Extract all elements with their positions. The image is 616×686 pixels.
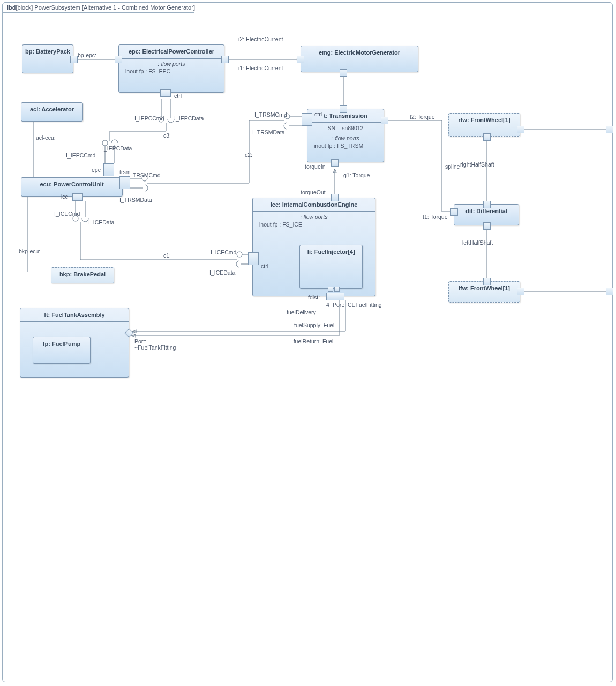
svg-point-19 <box>237 252 242 257</box>
port-emg-bottom[interactable] <box>340 69 347 77</box>
label-epc-ctrl: ctrl <box>174 93 182 99</box>
label-c3: c3: <box>163 132 171 139</box>
label-iepc-cmd-d: I_IEPCCmd <box>134 115 164 122</box>
port-t-right[interactable] <box>381 117 388 124</box>
block-title: ft: FuelTankAssembly <box>20 308 129 322</box>
flowport-line: inout fp : FS_ICE <box>256 221 372 228</box>
block-title: epc: ElectricalPowerController <box>119 45 224 58</box>
flowports-heading: : flow ports <box>256 214 372 220</box>
label-ice-torqueout: torqueOut <box>301 189 326 195</box>
block-title: ice: InternalCombustionEngine <box>253 198 375 212</box>
port-frame-right-1[interactable] <box>606 126 613 133</box>
flowports-heading: : flow ports <box>311 135 380 141</box>
label-g1: g1: Torque <box>343 172 370 178</box>
port-ice-fuel[interactable] <box>326 293 344 300</box>
label-trsm-data-r: I_TRSMData <box>252 129 285 135</box>
block-title: ecu: PowerControlUnit <box>21 178 122 191</box>
port-t-top[interactable] <box>340 105 347 113</box>
block-title: emg: ElectricMotorGenerator <box>301 46 418 59</box>
port-ecu-ice[interactable] <box>72 193 83 201</box>
block-fuelpump[interactable]: fp: FuelPump <box>33 337 91 364</box>
label-acl-ecu: acl-ecu: <box>36 134 56 141</box>
label-fuelsupply: fuelSupply: Fuel <box>294 322 334 328</box>
block-title: acl: Accelerator <box>21 103 82 116</box>
port-bp-right[interactable] <box>70 56 78 63</box>
block-batterypack[interactable]: bp: BatteryPack <box>22 44 73 73</box>
label-trsm-cmd-r: I_TRSMCmd <box>254 111 287 118</box>
label-spline: spline <box>445 163 460 170</box>
label-fuelreturn: fuelReturn: Fuel <box>292 338 335 344</box>
port-ice-ctrl[interactable] <box>248 252 259 265</box>
label-t1: t1: Torque <box>423 214 448 220</box>
label-iepc-data-u: I_IEPCData <box>102 145 132 152</box>
ibd-frame: ibd[block] PowerSubsystem [Alternative 1… <box>2 2 613 682</box>
frame-alt: [Alternative 1 - Combined Motor Generato… <box>82 4 195 11</box>
label-bkp-ecu: bkp-ecu: <box>19 248 40 254</box>
port-epc-left[interactable] <box>115 56 122 63</box>
t-sn: SN = sn89012 <box>328 125 364 131</box>
label-iepc-cmd-u: I_IEPCCmd <box>66 152 95 159</box>
label-trsm-data-l: I_TRSMData <box>119 197 152 203</box>
block-fuelinjector[interactable]: fi: FuelInjector[4] <box>299 245 363 289</box>
block-title: bkp: BrakePedal <box>51 268 114 281</box>
flowports-heading: : flow ports <box>122 61 221 67</box>
block-title: fp: FuelPump <box>33 337 90 350</box>
port-fi-1[interactable] <box>328 287 333 292</box>
port-ecu-epc[interactable] <box>103 163 114 176</box>
label-ecu-ice: ice <box>61 193 68 200</box>
label-ecu-epc: epc <box>92 167 101 173</box>
frame-kind: ibd <box>7 4 16 11</box>
port-frame-right-2[interactable] <box>606 288 613 295</box>
label-fueldelivery: fuelDelivery <box>287 309 316 315</box>
frame-kind-bracket: [block] <box>16 4 33 11</box>
port-rfw-right[interactable] <box>517 126 524 133</box>
flowport-line: inout fp : FS_TRSM <box>311 142 380 149</box>
label-ft-port: Port: ~FuelTankFitting <box>134 338 188 351</box>
block-acl[interactable]: acl: Accelerator <box>21 102 83 122</box>
frame-label: ibd[block] PowerSubsystem [Alternative 1… <box>2 2 204 13</box>
block-bkp[interactable]: bkp: BrakePedal <box>51 267 114 283</box>
port-rfw-bottom[interactable] <box>483 133 491 141</box>
port-lfw-right[interactable] <box>517 288 524 295</box>
label-bp-epc: bp-epc: <box>78 52 96 58</box>
port-ice-torqueout[interactable] <box>331 194 339 201</box>
label-ice-ctrl: ctrl <box>261 263 268 269</box>
block-ecu[interactable]: ecu: PowerControlUnit <box>21 177 123 197</box>
label-ice-cmd-u: I_ICECmd <box>54 210 80 217</box>
flowport-line: inout fp : FS_EPC <box>122 68 221 74</box>
block-title: fi: FuelInjector[4] <box>300 245 362 258</box>
port-epc-ctrl[interactable] <box>160 89 171 97</box>
label-c2: c2: <box>245 152 252 158</box>
label-c1: c1: <box>163 252 171 259</box>
port-dif-left[interactable] <box>450 208 458 216</box>
label-t2: t2: Torque <box>410 114 435 120</box>
label-t-torquein: torqueIn <box>305 163 326 170</box>
label-ice-mult: 4 <box>326 301 329 308</box>
label-i1: i1: ElectricCurrent <box>238 65 283 71</box>
port-lfw-top[interactable] <box>483 278 491 285</box>
label-trsm-cmd-l: I_TRSMCmd <box>128 172 161 178</box>
port-epc-right[interactable] <box>221 56 229 63</box>
label-fdist: fdist: <box>308 294 320 300</box>
port-t-ctrl[interactable] <box>302 113 312 126</box>
label-i2: i2: ElectricCurrent <box>238 36 283 42</box>
block-title: bp: BatteryPack <box>22 45 73 58</box>
block-epc[interactable]: epc: ElectricalPowerController : flow po… <box>118 44 224 93</box>
label-ice-data-r: I_ICEData <box>209 269 235 276</box>
label-ice-cmd-r: I_ICECmd <box>211 249 236 255</box>
port-dif-top[interactable] <box>483 201 491 208</box>
port-emg-left[interactable] <box>297 56 304 63</box>
port-fi-2[interactable] <box>334 287 340 292</box>
label-lhs: leftHalfShaft <box>462 239 493 246</box>
port-t-torquein[interactable] <box>331 159 339 167</box>
label-rhs: rightHalfShaft <box>460 161 494 168</box>
frame-name: PowerSubsystem <box>34 4 80 11</box>
label-iepc-data-d: I_IEPCData <box>174 115 204 122</box>
label-ice-data-u: I_ICEData <box>88 219 114 225</box>
block-emg[interactable]: emg: ElectricMotorGenerator <box>301 46 418 72</box>
label-ice-port: Port: ICEFuelFitting <box>333 301 382 308</box>
port-dif-bottom[interactable] <box>483 222 491 230</box>
label-t-ctrl: ctrl <box>314 111 322 117</box>
block-title: rfw: FrontWheel[1] <box>449 114 520 126</box>
